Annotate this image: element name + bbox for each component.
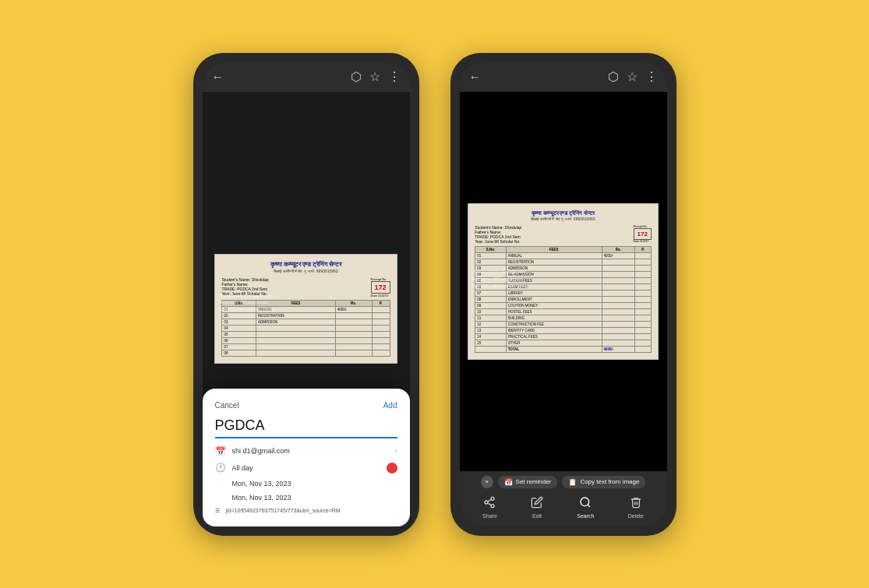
allday-label: All day xyxy=(232,464,380,472)
right-action-bar: × 📅 Set reminder 📋 Copy text from image xyxy=(460,471,667,526)
set-reminder-chip[interactable]: 📅 Set reminder xyxy=(498,476,558,488)
right-receipt-area: कृष्णा कम्प्यूटर एण्ड ट्रेनिंग सेन्टर सि… xyxy=(460,92,667,471)
right-top-bar: ← ⬡ ☆ ⋮ xyxy=(460,62,667,92)
right-receipt-card: कृष्णा कम्प्यूटर एण्ड ट्रेनिंग सेन्टर सि… xyxy=(468,203,659,360)
right-star-icon[interactable]: ☆ xyxy=(627,69,638,84)
date2-row: Mon, Nov 13, 2023 xyxy=(215,494,397,502)
copy-icon: 📋 xyxy=(568,478,577,486)
table-row: 09 COUTION MONEY xyxy=(475,302,652,308)
nav-share[interactable]: Share xyxy=(482,496,497,519)
copy-label: Copy text from image xyxy=(580,478,639,485)
svg-line-6 xyxy=(588,505,590,507)
back-icon[interactable]: ← xyxy=(212,70,224,84)
table-row: TOTAL 4000/- xyxy=(475,346,652,352)
svg-point-0 xyxy=(491,497,494,500)
right-student-info: Student's Name: Shivdulap Father's Name:… xyxy=(475,225,521,244)
svg-line-4 xyxy=(488,499,492,502)
nav-search[interactable]: Search xyxy=(577,496,594,519)
right-receipt-meta: Student's Name: Shivdulap Father's Name:… xyxy=(475,225,652,244)
table-row: 12 CONSTRUCTION FEE xyxy=(475,321,652,327)
date2-label: Mon, Nov 13, 2023 xyxy=(232,494,397,502)
edit-label: Edit xyxy=(532,513,542,519)
toggle-button[interactable] xyxy=(387,463,397,474)
cancel-button[interactable]: Cancel xyxy=(215,401,239,410)
clock-icon: 🕐 xyxy=(215,463,226,473)
calendar-row[interactable]: 📅 shi d1@gmail.com › xyxy=(215,446,397,456)
table-row: 14 PRACTICAL FEES xyxy=(475,333,652,340)
table-row: 10 HOSTEL FEES xyxy=(475,308,652,315)
reminder-icon: 📅 xyxy=(504,478,513,486)
table-row: 11 BUILDING xyxy=(475,315,652,321)
svg-line-3 xyxy=(488,503,492,505)
close-chip-button[interactable]: × xyxy=(481,476,493,488)
allday-row[interactable]: 🕐 All day xyxy=(215,463,397,474)
table-row: 13 IDENTITY CARD xyxy=(475,327,652,333)
email-content: shi d1@gmail.com xyxy=(232,447,389,455)
star-icon[interactable]: ☆ xyxy=(369,69,380,84)
calendar-icon: 📅 xyxy=(215,446,226,456)
table-row: 02 REGISTRATION xyxy=(475,259,652,265)
left-top-bar: ← ⬡ ☆ ⋮ xyxy=(203,62,410,92)
left-phone: ← ⬡ ☆ ⋮ कृष्णा कम्प्यूटर एण्ड ट्रेनिंग स… xyxy=(193,53,419,536)
more-icon[interactable]: ⋮ xyxy=(388,69,401,84)
copy-text-chip[interactable]: 📋 Copy text from image xyxy=(562,476,645,488)
url-row: ☰ jid=10954923763751745/773&utm_source=R… xyxy=(215,508,397,514)
menu-icon: ☰ xyxy=(215,508,220,514)
left-receipt-header: कृष्णा कम्प्यूटर एण्ड ट्रेनिंग सेन्टर सि… xyxy=(221,261,390,274)
table-row: 07 LIBRARY xyxy=(475,290,652,296)
right-phone: ← ⬡ ☆ ⋮ कृष्णा कम्प्यूटर एण्ड ट्रेनिंग स… xyxy=(450,53,676,536)
left-receipt-subtitle: सिलाई कारीगरी मैं सेरं. गृ.भ.मो. 9993610… xyxy=(221,269,390,274)
add-button[interactable]: Add xyxy=(383,401,397,410)
nav-edit[interactable]: Edit xyxy=(531,496,543,519)
delete-icon xyxy=(630,496,642,512)
table-row: 15 OTHER xyxy=(475,340,652,346)
right-receipt-header: कृष्णा कम्प्यूटर एण्ड ट्रेनिंग सेन्टर सि… xyxy=(475,210,652,222)
left-bottom-sheet: Cancel Add PGDCA 📅 shi d1@gmail.com › 🕐 … xyxy=(203,389,410,526)
search-icon xyxy=(579,496,592,512)
right-overlay-text: TheSpAndroid.blogspot.com Telegram - @Ga… xyxy=(472,269,528,289)
svg-point-1 xyxy=(485,501,488,504)
right-receipt-subtitle: सिलाई कारीगरी मैं सेरं. गृ.भ.मो. 9993610… xyxy=(475,217,652,222)
table-row: 01 ANNUAL 4000/- xyxy=(475,252,652,259)
right-cast-icon[interactable]: ⬡ xyxy=(608,69,619,84)
share-icon xyxy=(483,496,496,512)
search-label: Search xyxy=(577,513,594,519)
svg-point-2 xyxy=(491,504,494,507)
right-receipt-title: कृष्णा कम्प्यूटर एण्ड ट्रेनिंग सेन्टर xyxy=(475,210,652,217)
url-text: jid=10954923763751745/773&utm_source=RM xyxy=(226,508,341,513)
edit-icon xyxy=(531,496,543,512)
left-receipt-no: Receipt No. 172 Date 21/2/17 xyxy=(371,277,390,298)
right-fees-table: S.No. FEES Rs. P. 01 ANNUAL 4000/- 02 RE… xyxy=(475,246,652,353)
right-back-icon[interactable]: ← xyxy=(469,70,482,84)
right-nav-bar: Share Edit xyxy=(466,493,661,522)
sheet-title: PGDCA xyxy=(215,417,397,438)
reminder-label: Set reminder xyxy=(516,478,552,485)
action-chips-row: × 📅 Set reminder 📋 Copy text from image xyxy=(466,476,661,488)
right-receipt-no: Receipt No. 172 Date 21/2/17 xyxy=(634,225,652,244)
date1-label: Mon, Nov 13, 2023 xyxy=(232,480,397,488)
left-receipt-card: कृष्णा कम्प्यूटर एण्ड ट्रेनिंग सेन्टर सि… xyxy=(214,254,397,364)
svg-point-5 xyxy=(581,498,589,506)
share-label: Share xyxy=(482,513,497,519)
left-overlay-text: TheSpAndroid.blogspot.com Telegram - @Ga… xyxy=(218,293,274,313)
right-more-icon[interactable]: ⋮ xyxy=(645,69,658,84)
date1-row: Mon, Nov 13, 2023 xyxy=(215,480,397,488)
sheet-header: Cancel Add xyxy=(215,401,397,410)
table-row: 08 ENROLLMENT xyxy=(475,296,652,302)
left-receipt-title: कृष्णा कम्प्यूटर एण्ड ट्रेनिंग सेन्टर xyxy=(221,261,390,269)
nav-delete[interactable]: Delete xyxy=(628,496,644,519)
delete-label: Delete xyxy=(628,513,644,519)
arrow-icon: › xyxy=(395,447,397,455)
cast-icon[interactable]: ⬡ xyxy=(351,69,362,84)
